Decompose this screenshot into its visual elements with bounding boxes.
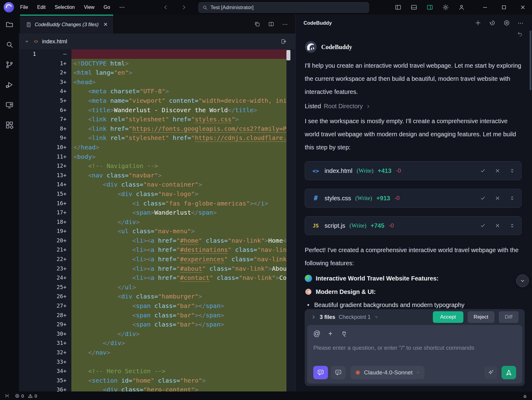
reject-file-icon[interactable] <box>494 223 501 229</box>
editor-scrollbar-thumb[interactable] <box>286 50 290 60</box>
expand-file-icon[interactable] <box>509 168 515 174</box>
window-minimize-icon[interactable] <box>482 4 488 10</box>
code-line[interactable]: <div class="hero-content"> <box>71 385 286 391</box>
diff-view[interactable]: 1—1+<!DOCTYPE html>2+<html lang="en">3+<… <box>19 49 295 391</box>
code-line[interactable]: <meta name="viewport" content="width=dev… <box>71 96 286 105</box>
code-line[interactable]: <!DOCTYPE html> <box>71 59 286 68</box>
window-close-icon[interactable] <box>520 4 526 10</box>
reject-button[interactable]: Reject <box>468 311 494 323</box>
checkpoint-label[interactable]: Checkpoint 1 <box>339 314 371 320</box>
agent-mode-button[interactable] <box>313 366 328 379</box>
file-change-chip[interactable]: <> index.html (Write) +413 -0 <box>305 161 522 180</box>
code-line[interactable]: </div> <box>71 338 286 348</box>
accept-file-icon[interactable] <box>480 223 486 229</box>
code-line[interactable]: <meta charset="UTF-8"> <box>71 87 286 96</box>
chat-mode-button[interactable] <box>331 366 346 379</box>
history-icon[interactable] <box>489 20 496 26</box>
panel-more-icon[interactable]: ⋯ <box>518 20 524 27</box>
remote-indicator-icon[interactable] <box>4 393 10 398</box>
code-line[interactable]: </head> <box>71 143 286 152</box>
code-line[interactable] <box>71 49 286 59</box>
code-line[interactable]: <nav class="navbar"> <box>71 171 286 180</box>
code-line[interactable]: <!-- Navigation --> <box>71 161 286 171</box>
expand-file-icon[interactable] <box>509 223 515 229</box>
code-line[interactable]: <i class="fas fa-globe-americas"></i> <box>71 199 286 208</box>
code-line[interactable]: <span>Wanderlust</span> <box>71 208 286 217</box>
toggle-bottom-panel-icon[interactable] <box>411 4 417 11</box>
enhance-prompt-icon[interactable] <box>484 366 497 379</box>
tool-call-row[interactable]: Listed Root Directory <box>305 103 522 110</box>
copy-editor-icon[interactable] <box>254 21 260 27</box>
explorer-icon[interactable] <box>5 20 14 29</box>
settings-gear-icon[interactable] <box>442 4 449 11</box>
notifications-bell-icon[interactable] <box>522 393 528 398</box>
mcp-plug-icon[interactable] <box>340 330 348 337</box>
code-line[interactable]: </nav> <box>71 348 286 357</box>
source-control-icon[interactable] <box>5 60 14 69</box>
account-icon[interactable] <box>458 4 465 11</box>
menu-more-icon[interactable]: ⋯ <box>119 4 125 11</box>
code-line[interactable]: <div class="nav-container"> <box>71 180 286 189</box>
open-file-icon[interactable] <box>281 38 295 45</box>
run-debug-icon[interactable] <box>5 80 14 89</box>
accept-button[interactable]: Accept <box>433 311 463 323</box>
menu-item[interactable]: File <box>20 5 28 10</box>
code-line[interactable]: </div> <box>71 217 286 227</box>
menu-item[interactable]: Edit <box>37 5 46 10</box>
accept-file-icon[interactable] <box>480 195 486 201</box>
split-editor-icon[interactable] <box>268 21 274 27</box>
code-line[interactable]: <link rel="stylesheet" href="https://cdn… <box>71 133 286 143</box>
command-search-input[interactable]: Test [Administrator] <box>198 2 369 13</box>
new-chat-icon[interactable] <box>475 20 481 26</box>
code-line[interactable]: <li><a href="#experiences" class="nav-li… <box>71 255 286 264</box>
toggle-left-panel-icon[interactable] <box>395 4 401 11</box>
code-line[interactable]: <div class="hamburger"> <box>71 292 286 301</box>
code-line[interactable] <box>71 357 286 367</box>
code-line[interactable]: </div> <box>71 329 286 339</box>
code-line[interactable]: <body> <box>71 152 286 162</box>
code-line[interactable]: <span class="bar"></span> <box>71 301 286 311</box>
code-line[interactable]: <html lang="en"> <box>71 68 286 77</box>
code-line[interactable]: <!-- Hero Section --> <box>71 366 286 376</box>
tab-codebuddy-changes[interactable]: CodeBuddy Changes (3 files) ✕ <box>20 15 113 34</box>
tab-close-icon[interactable]: ✕ <box>103 21 108 28</box>
code-line[interactable]: <link rel="stylesheet" href="styles.css"… <box>71 115 286 124</box>
checkpoint-row[interactable]: 3 files Checkpoint 1 Accept Reject Diff <box>307 309 522 325</box>
chat-input-placeholder[interactable]: Please enter a question, or enter "/" to… <box>313 345 516 351</box>
code-line[interactable]: <div class="nav-logo"> <box>71 189 286 199</box>
code-line[interactable]: <span class="bar"></span> <box>71 311 286 320</box>
reject-file-icon[interactable] <box>494 168 501 174</box>
toggle-right-panel-icon[interactable] <box>426 4 433 11</box>
expand-file-icon[interactable] <box>509 195 515 201</box>
diff-file-header[interactable]: index.html <box>19 34 295 49</box>
accept-file-icon[interactable] <box>480 168 486 174</box>
search-sidebar-icon[interactable] <box>5 40 14 49</box>
code-line[interactable]: <span class="bar"></span> <box>71 320 286 329</box>
code-line[interactable]: </ul> <box>71 283 286 292</box>
history-forward-icon[interactable] <box>181 4 187 11</box>
scroll-to-bottom-button[interactable] <box>516 274 529 287</box>
panel-settings-icon[interactable] <box>503 20 510 26</box>
menu-item[interactable]: Go <box>104 5 110 10</box>
remote-explorer-icon[interactable] <box>5 101 14 109</box>
window-maximize-icon[interactable] <box>501 4 507 10</box>
history-back-icon[interactable] <box>162 4 169 11</box>
menu-item[interactable]: Selection <box>55 5 75 10</box>
mention-icon[interactable]: @ <box>313 330 320 337</box>
chat-scrollbar-thumb[interactable] <box>530 30 531 90</box>
file-change-chip[interactable]: JS script.js (Write) +745 -0 <box>305 216 522 235</box>
attach-icon[interactable]: + <box>328 330 332 337</box>
code-line[interactable]: <li><a href="#contact" class="nav-link">… <box>71 273 286 283</box>
model-selector[interactable]: Claude-4.0-Sonnet <box>350 366 425 379</box>
code-line[interactable]: <li><a href="#destinations" class="nav-l… <box>71 245 286 255</box>
problems-indicator[interactable]: 0 0 <box>15 393 37 398</box>
send-button[interactable] <box>501 366 516 379</box>
diff-button[interactable]: Diff <box>499 311 519 323</box>
reject-file-icon[interactable] <box>494 195 501 201</box>
editor-more-icon[interactable]: ⋯ <box>282 21 289 28</box>
menu-item[interactable]: View <box>84 5 94 10</box>
code-line[interactable]: <link href="https://fonts.googleapis.com… <box>71 124 286 134</box>
code-line[interactable]: <section id="home" class="hero"> <box>71 376 286 385</box>
chat-input-card[interactable]: @ + Please enter a question, or enter "/… <box>307 325 522 384</box>
code-line[interactable]: <li><a href="#about" class="nav-link">Ab… <box>71 264 286 273</box>
